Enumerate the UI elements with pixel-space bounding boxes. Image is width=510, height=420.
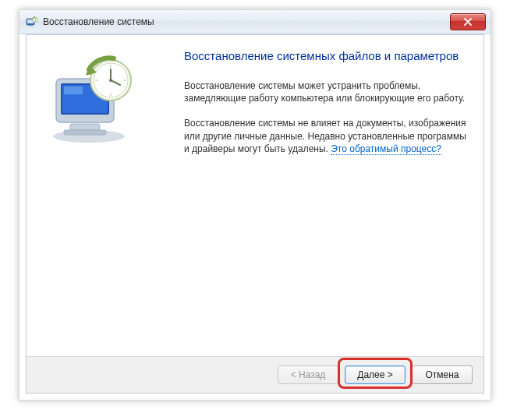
next-button[interactable]: Далее > xyxy=(345,365,406,384)
client-area: Восстановление системных файлов и параме… xyxy=(26,34,484,394)
window-title: Восстановление системы xyxy=(43,16,450,27)
wizard-heading: Восстановление системных файлов и параме… xyxy=(184,49,468,62)
system-restore-illustration-icon xyxy=(42,52,143,146)
back-button: < Назад xyxy=(278,365,338,384)
svg-rect-8 xyxy=(64,86,83,94)
system-restore-icon xyxy=(26,16,38,28)
svg-rect-9 xyxy=(70,124,100,130)
description-paragraph-2: Восстановление системы не влияет на доку… xyxy=(184,117,468,155)
cancel-button[interactable]: Отмена xyxy=(412,365,473,384)
close-button[interactable] xyxy=(450,13,486,30)
icon-panel xyxy=(27,35,181,355)
svg-rect-10 xyxy=(64,130,106,135)
description-paragraph-1: Восстановление системы может устранить п… xyxy=(184,79,468,104)
wizard-button-row: < Назад Далее > Отмена xyxy=(27,356,483,393)
svg-rect-2 xyxy=(28,25,33,26)
wizard-window: Восстановление системы xyxy=(19,9,491,401)
reversible-process-link[interactable]: Это обратимый процесс? xyxy=(331,143,441,155)
text-panel: Восстановление системных файлов и параме… xyxy=(181,35,483,355)
close-icon xyxy=(463,18,473,26)
svg-point-19 xyxy=(109,79,112,82)
titlebar: Восстановление системы xyxy=(19,10,491,34)
